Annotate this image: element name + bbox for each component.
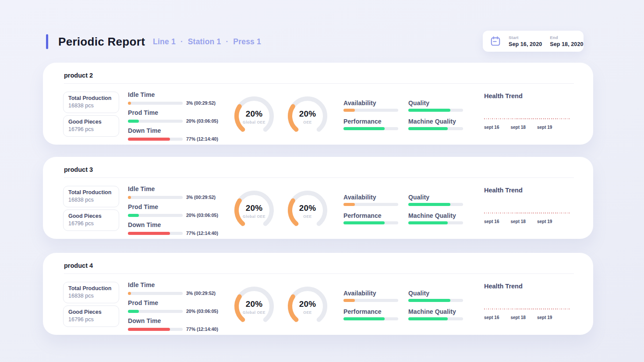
time-bar-fill [128,292,131,295]
date-start: Start Sep 16, 2020 [509,35,542,47]
metric-fill [343,109,355,112]
metric-fill [343,317,385,320]
card-divider [64,177,574,178]
time-bar-track [128,292,183,295]
gauge-fill [237,106,243,130]
metric-fill [408,127,448,130]
breadcrumb-item-press[interactable]: Press 1 [233,37,261,46]
card-divider [64,273,574,274]
health-trend-column: Health Trend sept 16 sept 18 sept 19 [484,187,571,224]
time-bar-track [128,196,183,199]
breadcrumb-separator: · [226,37,228,46]
stats-column: Total Production 16838 pcs Good Pieces 1… [63,186,119,233]
time-bar-row: Down Time 77% (12:14:40) [128,127,216,142]
metric-track [343,127,398,130]
metric-label: Performance [343,212,398,219]
stat-value: 16796 pcs [68,220,114,227]
time-bar-label: Down Time [128,221,216,228]
time-bar-track [128,214,183,217]
metric: Quality [408,99,463,112]
gauge-track [237,193,272,224]
metric-label: Machine Quality [408,118,463,125]
time-bar-row: Idle Time 3% (00:29:52) [128,185,216,200]
time-bars-column: Idle Time 3% (00:29:52) Prod Time 20% (0… [128,281,216,335]
gauge-fill [290,297,296,320]
health-trend-title: Health Trend [484,283,571,290]
metric-label: Availability [343,194,398,201]
metric: Machine Quality [408,308,463,320]
time-bar-value: 3% (00:29:52) [186,195,216,200]
metric-fill [408,317,448,320]
gauge-track [237,99,272,130]
product-card: product 3 Total Production 16838 pcs Goo… [43,157,593,239]
health-trend-dates: sept 16 sept 18 sept 19 [484,219,571,224]
product-card: product 2 Total Production 16838 pcs Goo… [43,63,593,145]
metric-track [343,203,398,206]
stat-value: 16838 pcs [68,197,114,203]
stat-label: Good Pieces [68,309,114,316]
breadcrumb-item-line[interactable]: Line 1 [153,37,176,46]
metric-track [408,127,463,130]
breadcrumb-item-station[interactable]: Station 1 [188,37,221,46]
stat-box: Total Production 16838 pcs [63,282,119,303]
breadcrumb-separator: · [180,37,183,46]
card-divider [64,83,574,84]
date-start-label: Start [509,35,542,40]
metrics-column: Availability Quality Performance Machine… [343,99,463,130]
stat-box: Total Production 16838 pcs [63,186,119,207]
time-bar-row: Down Time 77% (12:14:40) [128,221,216,236]
page-header: Periodic Report Line 1 · Station 1 · Pre… [46,32,261,51]
stats-column: Total Production 16838 pcs Good Pieces 1… [63,282,119,329]
time-bar-label: Prod Time [128,109,216,116]
health-trend-line [484,309,570,309]
time-bar-track [128,328,183,331]
health-trend-column: Health Trend sept 16 sept 18 sept 19 [484,283,571,320]
card-content-row: Total Production 16838 pcs Good Pieces 1… [63,184,585,239]
health-date-label: sept 19 [537,315,552,320]
oee-gauge: 20% Global OEE [233,285,275,327]
time-bar-value: 20% (03:06:05) [186,213,218,218]
metric-track [408,221,463,224]
time-bar-row: Idle Time 3% (00:29:52) [128,281,216,296]
metric-track [343,299,398,302]
gauge-track [237,289,272,320]
date-end: End Sep 18, 2020 [550,35,583,47]
metric-track [408,317,463,320]
product-title: product 3 [64,166,93,173]
stat-label: Total Production [68,95,114,102]
stat-value: 16796 pcs [68,126,114,133]
stat-value: 16796 pcs [68,316,114,323]
metric-track [408,203,463,206]
metrics-column: Availability Quality Performance Machine… [343,290,463,320]
metric-track [343,221,398,224]
gauge-track [290,99,325,130]
metric: Quality [408,194,463,206]
product-title: product 4 [64,262,93,269]
health-trend-title: Health Trend [484,92,571,99]
time-bar-track [128,138,183,141]
date-start-value: Sep 16, 2020 [509,41,542,47]
health-trend-dates: sept 16 sept 18 sept 19 [484,315,571,320]
metric: Availability [343,290,398,302]
metric-fill [343,221,385,224]
metric: Availability [343,99,398,112]
time-bar-value: 20% (03:06:05) [186,309,218,314]
health-date-label: sept 18 [510,219,525,224]
oee-gauge: 20% OEE [287,285,329,327]
health-date-label: sept 16 [484,219,499,224]
time-bar-label: Prod Time [128,203,216,210]
time-bar-value: 3% (00:29:52) [186,100,216,106]
metric: Performance [343,118,398,130]
time-bar-label: Idle Time [128,281,216,288]
gauge-fill [237,297,243,320]
health-trend-column: Health Trend sept 16 sept 18 sept 19 [484,92,571,130]
time-bar-value: 77% (12:14:40) [186,327,218,332]
time-bar-value: 20% (03:06:05) [186,118,218,124]
time-bars-column: Idle Time 3% (00:29:52) Prod Time 20% (0… [128,185,216,239]
time-bar-track [128,120,183,123]
time-bar-fill [128,138,170,141]
time-bar-value: 3% (00:29:52) [186,291,216,296]
date-range-picker[interactable]: Start Sep 16, 2020 End Sep 18, 2020 [483,31,584,52]
card-content-row: Total Production 16838 pcs Good Pieces 1… [63,280,585,335]
metric: Machine Quality [408,212,463,224]
